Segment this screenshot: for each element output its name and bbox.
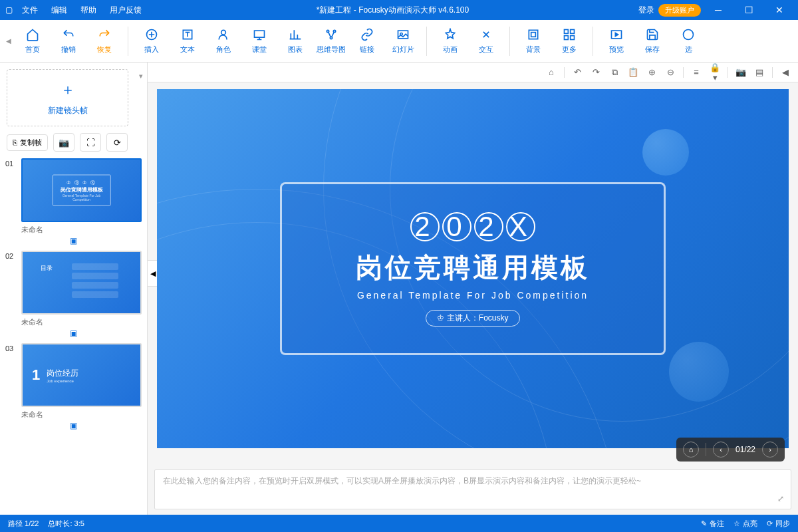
slide-panel: ＋ 新建镜头帧 ▾ ⎘ 复制帧 📷 ⛶ ⟳ 01 ② ⓪ ② Ⓧ 岗位竞聘通用模… xyxy=(0,63,148,515)
rotate-left-icon[interactable]: ↶ xyxy=(571,67,583,77)
animation-button[interactable]: 动画 xyxy=(432,23,468,60)
lock-icon[interactable]: 🔒▾ xyxy=(709,63,721,82)
mindmap-button[interactable]: 思维导图 xyxy=(313,23,349,60)
paste-icon[interactable]: 📋 xyxy=(627,67,639,77)
align-icon[interactable]: ≡ xyxy=(690,67,702,77)
scan-button[interactable]: ⛶ xyxy=(80,133,101,152)
slide-canvas[interactable]: 202X 岗位竞聘通用模板 General Template For Job C… xyxy=(157,89,789,448)
slide-thumbnail-1[interactable]: 01 ② ⓪ ② Ⓧ 岗位竞聘通用模板 General Template For… xyxy=(5,158,142,245)
main-toolbar: ◀ 首页 撤销 恢复 插入 文本 角色 课堂 图表 思维导图 链接 幻灯片 动画… xyxy=(0,20,798,63)
transition-icon[interactable]: ▣ xyxy=(5,236,142,245)
svg-rect-9 xyxy=(529,30,537,39)
svg-point-2 xyxy=(221,30,226,35)
text-button[interactable]: 文本 xyxy=(170,23,205,60)
toolbar-scroll-left[interactable]: ◀ xyxy=(4,23,13,60)
transition-icon[interactable]: ▣ xyxy=(5,421,142,430)
preview-button[interactable]: 预览 xyxy=(598,23,634,60)
titlebar: ▢ 文件 编辑 帮助 用户反馈 *新建工程 - Focusky动画演示大师 v4… xyxy=(0,0,798,20)
panel-collapse-icon[interactable]: ▾ xyxy=(135,63,147,80)
upgrade-button[interactable]: 升级账户 xyxy=(658,4,701,17)
menu-bar: 文件 编辑 帮助 用户反馈 xyxy=(17,2,147,19)
svg-rect-13 xyxy=(565,36,569,40)
svg-rect-11 xyxy=(565,30,569,34)
nav-home-icon[interactable]: ⌂ xyxy=(683,442,699,458)
expand-icon[interactable]: ⤢ xyxy=(777,494,784,503)
notes-input[interactable]: 在此处输入您的备注内容，在预览时开启双屏模式，可以实现A屏全屏播放演示内容，B屏… xyxy=(154,469,791,509)
class-button[interactable]: 课堂 xyxy=(241,23,277,60)
maximize-button[interactable]: ☐ xyxy=(735,5,762,15)
plus-icon: ＋ xyxy=(61,80,75,100)
canvas-area: ⌂ ↶ ↷ ⧉ 📋 ⊕ ⊖ ≡ 🔒▾ 📷 ▤ ◀ ◀ xyxy=(148,63,798,515)
slide-button[interactable]: 幻灯片 xyxy=(385,23,421,60)
chart-button[interactable]: 图表 xyxy=(277,23,313,60)
main-title: 岗位竞聘通用模板 xyxy=(356,249,590,286)
more-button[interactable]: 更多 xyxy=(551,23,587,60)
role-button[interactable]: 角色 xyxy=(205,23,241,60)
select-button[interactable]: 选 xyxy=(670,23,706,60)
slide-thumbnail-3[interactable]: 03 1 岗位经历 Job experience 未命名 ▣ xyxy=(5,343,142,430)
rotate-right-icon[interactable]: ↷ xyxy=(590,67,602,77)
nav-prev-button[interactable]: ‹ xyxy=(713,442,729,458)
camera-button[interactable]: 📷 xyxy=(53,133,74,152)
home-button[interactable]: 首页 xyxy=(15,23,51,60)
save-button[interactable]: 保存 xyxy=(634,23,670,60)
copy-frame-button[interactable]: ⎘ 复制帧 xyxy=(7,134,48,151)
background-button[interactable]: 背景 xyxy=(515,23,551,60)
interact-button[interactable]: 交互 xyxy=(468,23,504,60)
svg-point-5 xyxy=(333,30,335,32)
home-icon[interactable]: ⌂ xyxy=(545,67,557,77)
sub-title: General Template For Job Competition xyxy=(357,290,589,301)
menu-edit[interactable]: 编辑 xyxy=(46,2,72,19)
menu-file[interactable]: 文件 xyxy=(17,2,43,19)
layers-icon[interactable]: ▤ xyxy=(753,67,765,77)
duration-status: 总时长: 3:5 xyxy=(48,519,84,529)
redo-button[interactable]: 恢复 xyxy=(86,23,122,60)
snapshot-icon[interactable]: 📷 xyxy=(735,67,747,77)
svg-rect-12 xyxy=(571,30,575,34)
page-indicator: 01/22 xyxy=(735,445,755,454)
transition-icon[interactable]: ▣ xyxy=(5,329,142,338)
page-navigator: ⌂ ‹ 01/22 › xyxy=(676,438,785,462)
slide-thumbnail-2[interactable]: 02 目录 未命名 ▣ xyxy=(5,251,142,338)
presenter-label: ♔ 主讲人：Focusky xyxy=(426,310,519,327)
remark-button[interactable]: ✎ 备注 xyxy=(701,519,724,529)
svg-point-16 xyxy=(684,30,694,40)
year-text: 202X xyxy=(409,211,537,243)
insert-button[interactable]: 插入 xyxy=(134,23,170,60)
zoom-out-icon[interactable]: ⊖ xyxy=(664,67,676,77)
svg-rect-3 xyxy=(255,31,265,37)
path-status: 路径 1/22 xyxy=(8,519,39,529)
toggle-icon[interactable]: ◀ xyxy=(779,67,791,77)
new-frame-button[interactable]: ＋ 新建镜头帧 xyxy=(7,69,128,126)
minimize-button[interactable]: ─ xyxy=(705,5,732,15)
svg-point-4 xyxy=(327,30,329,32)
canvas[interactable]: ◀ 202X 岗位竞聘通用模板 General Template For Job… xyxy=(148,82,798,464)
svg-point-6 xyxy=(330,37,332,39)
link-button[interactable]: 链接 xyxy=(349,23,385,60)
login-link[interactable]: 登录 xyxy=(638,5,654,16)
slide-list: 01 ② ⓪ ② Ⓧ 岗位竞聘通用模板 General Template For… xyxy=(0,158,147,515)
window-title: *新建工程 - Focusky动画演示大师 v4.6.100 xyxy=(147,5,638,16)
menu-help[interactable]: 帮助 xyxy=(75,2,102,19)
zoom-in-icon[interactable]: ⊕ xyxy=(646,67,658,77)
svg-rect-14 xyxy=(571,36,575,40)
sync-button[interactable]: ⟳ 同步 xyxy=(767,519,790,529)
close-button[interactable]: ✕ xyxy=(766,5,793,15)
highlight-button[interactable]: ☆ 点亮 xyxy=(733,519,757,529)
refresh-button[interactable]: ⟳ xyxy=(106,133,128,152)
menu-feedback[interactable]: 用户反馈 xyxy=(104,2,147,19)
undo-button[interactable]: 撤销 xyxy=(51,23,86,60)
status-bar: 路径 1/22 总时长: 3:5 ✎ 备注 ☆ 点亮 ⟳ 同步 xyxy=(0,515,798,532)
app-icon: ▢ xyxy=(5,5,13,15)
canvas-toolbar: ⌂ ↶ ↷ ⧉ 📋 ⊕ ⊖ ≡ 🔒▾ 📷 ▤ ◀ xyxy=(148,63,798,82)
nav-next-button[interactable]: › xyxy=(762,442,778,458)
title-box: 202X 岗位竞聘通用模板 General Template For Job C… xyxy=(280,182,666,355)
copy-icon[interactable]: ⧉ xyxy=(608,67,620,78)
svg-rect-10 xyxy=(531,33,536,37)
